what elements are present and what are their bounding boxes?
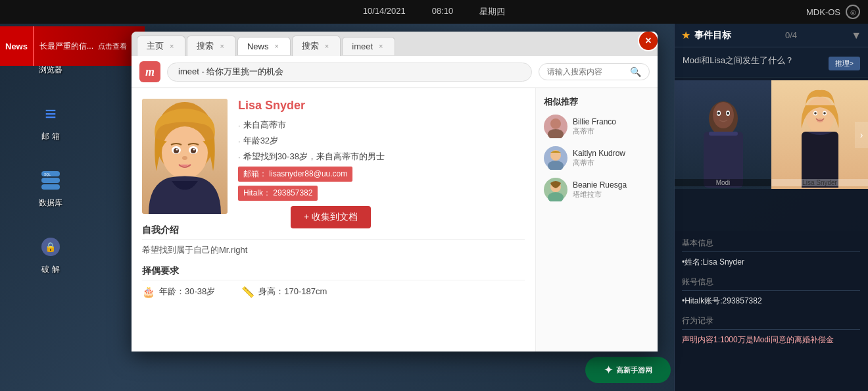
bottom-logo: ✦ 高新手游网 — [585, 357, 671, 383]
reco-item-0[interactable]: Billie Franco 高蒂市 — [544, 115, 650, 138]
panel-title-row: ★ 事件目标 — [681, 29, 731, 41]
profile-main: Lisa Snyder 来自高蒂市 年龄32岁 希望找到30-38岁，来自高蒂市… — [132, 88, 536, 352]
tab-news-label: News — [247, 41, 269, 51]
date-display: 10/14/2021 — [363, 6, 406, 18]
reasoning-button[interactable]: 推理> — [829, 57, 860, 70]
svg-point-36 — [548, 161, 564, 170]
collect-button[interactable]: + 收集到文档 — [291, 206, 371, 228]
news-tag: News — [0, 26, 34, 66]
search-box: 🔍 — [539, 63, 650, 80]
svg-text:SQL: SQL — [44, 172, 51, 176]
svg-point-31 — [193, 149, 195, 151]
char-card-1: Modi — [675, 80, 771, 189]
recommendations-panel: 相似推荐 Billie Franco 高蒂市 — [536, 88, 658, 352]
tab-search1-label: 搜索 — [197, 40, 214, 52]
reco-item-1[interactable]: Kaitlyn Kudrow 高蒂市 — [544, 146, 650, 170]
tab-bar: 主页 × 搜索 × News × 搜索 × imeet × — [132, 32, 658, 56]
age-requirement: 🎂 年龄：30-38岁 — [142, 286, 215, 298]
email-highlight-box: 邮箱： lisasnyder88@uu.com — [238, 167, 352, 182]
reco-avatar-0 — [544, 115, 567, 138]
char-nav-button[interactable]: › — [855, 122, 868, 148]
info-panels: 基本信息 •姓名:Lisa Snyder 账号信息 •Hitalk账号:2938… — [674, 231, 868, 391]
reco-city-1: 高蒂市 — [573, 158, 625, 168]
svg-point-34 — [548, 129, 564, 138]
svg-point-25 — [162, 126, 208, 179]
crack-label: 破 解 — [41, 264, 59, 275]
hitalk-info: •Hitalk账号:293857382 — [682, 295, 860, 307]
taskbar-time: 10/14/2021 08:10 星期四 — [363, 6, 506, 18]
tab-news-close[interactable]: × — [272, 41, 280, 51]
tab-imeet[interactable]: imeet × — [342, 37, 395, 55]
search-button[interactable]: 🔍 — [630, 66, 641, 77]
basic-info-title: 基本信息 — [682, 238, 860, 252]
panel-chevron-icon[interactable]: ▼ — [851, 30, 861, 41]
svg-rect-1 — [41, 178, 60, 183]
svg-point-32 — [182, 156, 187, 160]
address-input[interactable] — [167, 63, 532, 82]
svg-point-12 — [727, 112, 729, 115]
tab-search1-close[interactable]: × — [218, 41, 226, 51]
char-cards-area: Modi Lisa Snyder — [675, 80, 868, 189]
basic-info-section: 基本信息 •姓名:Lisa Snyder — [682, 238, 860, 269]
browser-label: 浏览器 — [39, 65, 62, 76]
reco-city-2: 塔维拉市 — [573, 190, 627, 199]
account-info-section: 账号信息 •Hitalk账号:293857382 — [682, 276, 860, 307]
behavior-info-title: 行为记录 — [682, 315, 860, 330]
height-icon: 📏 — [241, 286, 254, 298]
database-icon-item[interactable]: SQL 数据库 — [36, 166, 65, 209]
profile-name: Lisa Snyder — [238, 99, 525, 113]
time-display: 08:10 — [432, 6, 454, 18]
os-label: MDK-OS — [806, 7, 840, 17]
modal-close-button[interactable]: × — [638, 32, 658, 51]
tab-home-close[interactable]: × — [168, 41, 176, 51]
char-card-2: Lisa Snyder — [771, 80, 868, 189]
self-intro-section: 自我介绍 希望找到属于自己的Mr.right — [142, 224, 525, 257]
tab-search2[interactable]: 搜索 × — [292, 36, 341, 56]
reco-name-0: Billie Franco — [573, 117, 616, 126]
profile-hitalk-row: Hitalk： 293857382 — [238, 186, 525, 201]
logo-icon: ✦ — [604, 363, 614, 377]
logo-text: 高新手游网 — [616, 365, 652, 375]
taskbar-right: MDK-OS ◎ — [806, 5, 868, 19]
database-label: 数据库 — [39, 197, 62, 209]
requirements-row: 🎂 年龄：30-38岁 📏 身高：170-187cm — [142, 286, 525, 298]
svg-rect-13 — [709, 132, 738, 136]
panel-event-item: Modi和Lisa之间发生了什么？ 推理> — [675, 47, 868, 78]
reco-avatar-1 — [544, 146, 567, 170]
tab-search1[interactable]: 搜索 × — [187, 36, 235, 56]
tab-imeet-close[interactable]: × — [377, 41, 385, 51]
profile-preference: 希望找到30-38岁，来自高蒂市的男士 — [238, 151, 525, 163]
panel-header: ★ 事件目标 0/4 ▼ — [675, 24, 868, 47]
mdk-icon: ◎ — [846, 5, 860, 19]
svg-point-38 — [548, 192, 564, 201]
profile-avatar — [142, 99, 228, 214]
requirements-section: 择偶要求 🎂 年龄：30-38岁 📏 身高：170-187cm — [142, 265, 525, 298]
panel-count: 0/4 — [785, 30, 797, 40]
reco-name-2: Beanie Ruesga — [573, 180, 627, 190]
svg-point-14 — [806, 97, 834, 134]
hitalk-highlight-box: Hitalk： 293857382 — [238, 186, 318, 201]
tab-search2-close[interactable]: × — [323, 41, 331, 51]
profile-header: Lisa Snyder 来自高蒂市 年龄32岁 希望找到30-38岁，来自高蒂市… — [142, 99, 525, 214]
news-text: 长最严重的信... 点击查看 — [34, 41, 132, 52]
profile-city: 来自高蒂市 — [238, 119, 525, 131]
svg-point-17 — [814, 112, 817, 115]
crack-icon-item[interactable]: 🔒 破 解 — [36, 232, 65, 275]
tab-home[interactable]: 主页 × — [137, 36, 185, 56]
reco-city-0: 高蒂市 — [573, 126, 616, 136]
star-icon: ★ — [681, 29, 690, 41]
behavior-info-section: 行为记录 声明内容1:1000万是Modi同意的离婚补偿金 — [682, 315, 860, 346]
svg-point-8 — [713, 102, 734, 128]
char-1-name: Modi — [675, 179, 771, 186]
char-2-name: Lisa Snyder — [771, 179, 868, 186]
mail-icon-item[interactable]: ≡ 邮 箱 — [36, 99, 65, 142]
reco-item-2[interactable]: Beanie Ruesga 塔维拉市 — [544, 178, 650, 201]
tab-news[interactable]: News × — [237, 37, 291, 55]
svg-point-11 — [717, 112, 720, 115]
search-input[interactable] — [547, 67, 626, 76]
panel-title-text: 事件目标 — [694, 30, 731, 41]
right-panel: ★ 事件目标 0/4 ▼ Modi和Lisa之间发生了什么？ 推理> — [674, 24, 868, 391]
profile-email-row: 邮箱： lisasnyder88@uu.com — [238, 167, 525, 182]
news-banner[interactable]: News 长最严重的信... 点击查看 — [0, 26, 145, 66]
mail-icon: ≡ — [36, 99, 65, 128]
